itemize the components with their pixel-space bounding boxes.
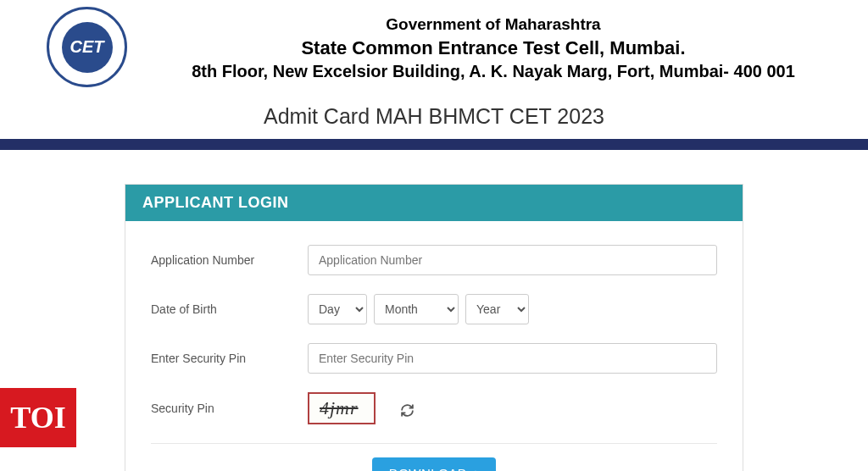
address-line: 8th Floor, New Excelsior Building, A. K.… [144,60,843,83]
page-title: Admit Card MAH BHMCT CET 2023 [0,91,868,139]
application-number-label: Application Number [151,253,308,267]
captcha-image: 4jmr [308,392,376,424]
form-row-dob: Date of Birth Day Month Year [151,294,717,324]
download-button-label: DOWNLOAD [389,466,467,471]
form-row-security-pin-input: Enter Security Pin [151,343,717,374]
dob-year-select[interactable]: Year [465,294,529,324]
page-header: CET Government of Maharashtra State Comm… [0,0,868,91]
security-pin-input[interactable] [308,343,717,374]
refresh-captcha-icon[interactable] [400,403,415,418]
dob-day-select[interactable]: Day [308,294,367,324]
form-row-security-pin-display: Security Pin 4jmr [151,392,717,424]
login-panel: APPLICANT LOGIN Application Number Date … [125,184,743,471]
dob-month-select[interactable]: Month [374,294,459,324]
header-text-block: Government of Maharashtra State Common E… [127,7,843,83]
content-area: APPLICANT LOGIN Application Number Date … [0,150,868,471]
form-row-application-number: Application Number [151,245,717,275]
dob-label: Date of Birth [151,302,308,316]
download-button[interactable]: DOWNLOAD↓ [372,457,496,471]
download-icon: ↓ [472,466,479,471]
login-form: Application Number Date of Birth Day Mon… [125,221,743,471]
application-number-input[interactable] [308,245,717,275]
cell-line: State Common Entrance Test Cell, Mumbai. [144,36,843,61]
login-panel-title: APPLICANT LOGIN [125,185,743,221]
cet-logo: CET [47,7,127,87]
button-row: DOWNLOAD↓ [151,443,717,471]
government-line: Government of Maharashtra [144,14,843,36]
divider-bar [0,139,868,150]
security-pin-input-label: Enter Security Pin [151,352,308,365]
logo-abbr: CET [62,22,113,73]
security-pin-display-label: Security Pin [151,402,308,415]
toi-watermark: TOI [0,388,76,447]
